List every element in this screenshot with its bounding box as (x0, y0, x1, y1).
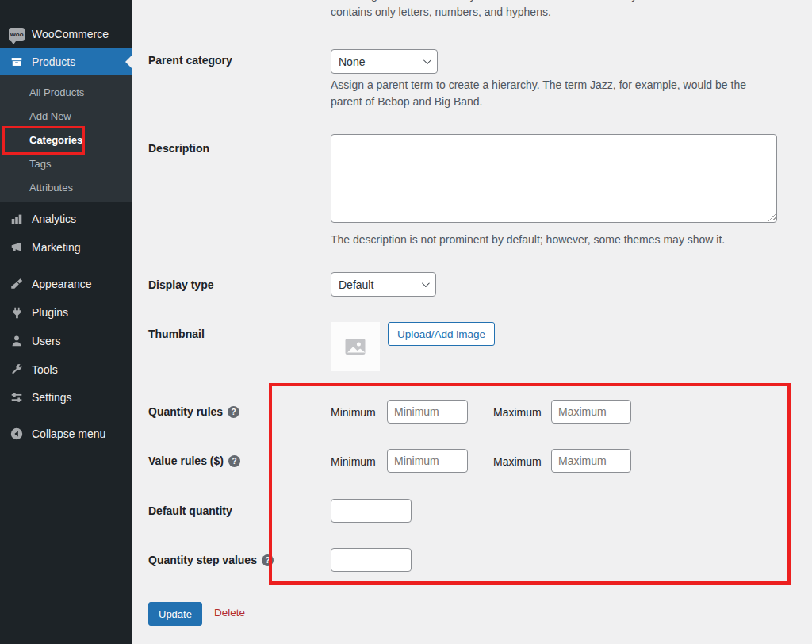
description-textarea[interactable] (331, 134, 777, 223)
description-label: Description (148, 142, 209, 155)
marketing-icon (9, 240, 25, 255)
help-icon[interactable]: ? (228, 406, 239, 418)
appearance-icon (9, 276, 25, 292)
sidebar-item-woocommerce[interactable]: Woo WooCommerce (0, 20, 132, 48)
quantity-rules-label-row: Quantity rules ? (148, 405, 239, 418)
parent-category-select[interactable]: None (331, 49, 438, 74)
sidebar-item-tags[interactable]: Tags (0, 152, 132, 176)
chevron-down-icon (423, 56, 431, 64)
sidebar-item-comments[interactable]: Comments (0, 0, 132, 6)
sidebar-item-settings[interactable]: Settings (0, 383, 132, 412)
analytics-icon (9, 211, 25, 227)
upload-add-image-button[interactable]: Upload/Add image (388, 322, 495, 346)
display-type-value: Default (339, 278, 373, 291)
sidebar-item-label: Plugins (32, 306, 68, 319)
display-type-select[interactable]: Default (331, 272, 436, 297)
products-submenu: All Products Add New Categories Tags Att… (0, 75, 132, 202)
quantity-step-input[interactable] (331, 548, 412, 572)
quantity-min-label: Minimum (331, 406, 376, 419)
quantity-rules-label: Quantity rules (148, 405, 223, 418)
sidebar-item-marketing[interactable]: Marketing (0, 233, 132, 262)
sidebar-item-tools[interactable]: Tools (0, 355, 132, 384)
parent-category-help: Assign a parent term to create a hierarc… (331, 77, 768, 110)
settings-icon (9, 389, 25, 405)
help-icon[interactable]: ? (228, 455, 240, 467)
quantity-min-input[interactable] (387, 400, 468, 424)
display-type-label: Display type (148, 278, 213, 291)
description-help: The description is not prominent by defa… (331, 232, 725, 248)
value-min-input[interactable] (387, 449, 468, 473)
textarea-resize-handle[interactable] (768, 213, 776, 221)
collapse-menu-button[interactable]: Collapse menu (0, 420, 132, 448)
sidebar-item-label: Appearance (32, 278, 92, 290)
collapse-arrow-icon (9, 426, 25, 442)
default-quantity-label: Default quantity (148, 504, 232, 517)
category-edit-form: The "slug" is the URL-friendly version o… (132, 0, 812, 644)
slug-help-line2: contains only letters, numbers, and hyph… (331, 4, 551, 21)
value-min-label: Minimum (331, 455, 376, 468)
thumbnail-placeholder (331, 322, 380, 371)
parent-category-label: Parent category (148, 54, 232, 67)
sidebar-item-analytics[interactable]: Analytics (0, 205, 132, 233)
value-rules-label: Value rules ($) (148, 454, 224, 467)
value-max-label: Maximum (493, 455, 542, 468)
sidebar-item-add-new[interactable]: Add New (0, 105, 132, 128)
sidebar-item-all-products[interactable]: All Products (0, 81, 132, 105)
selected-item-notch (125, 55, 132, 69)
image-placeholder-icon (343, 335, 367, 358)
quantity-step-label-row: Quantity step values ? (148, 554, 274, 566)
delete-link[interactable]: Delete (214, 607, 245, 619)
sidebar-item-products[interactable]: Products (0, 48, 132, 75)
value-max-input[interactable] (551, 449, 631, 473)
sidebar-item-attributes[interactable]: Attributes (0, 176, 132, 200)
update-button[interactable]: Update (148, 602, 202, 626)
products-icon (9, 54, 25, 70)
sidebar-item-label: WooCommerce (32, 28, 109, 40)
sidebar-item-label: Collapse menu (32, 427, 105, 440)
quantity-max-label: Maximum (493, 406, 542, 419)
sidebar-item-plugins[interactable]: Plugins (0, 298, 132, 327)
help-icon[interactable]: ? (262, 554, 274, 566)
sidebar-item-label: Settings (32, 391, 72, 404)
thumbnail-label: Thumbnail (148, 328, 205, 340)
admin-sidebar: Comments Woo WooCommerce Products All Pr… (0, 0, 132, 644)
users-icon (9, 333, 25, 349)
sidebar-item-label: Analytics (32, 213, 76, 225)
woocommerce-icon: Woo (9, 26, 25, 42)
parent-category-value: None (339, 56, 365, 68)
tools-icon (9, 362, 25, 378)
sidebar-item-label: Users (32, 335, 61, 347)
sidebar-item-label: Marketing (32, 241, 80, 254)
sidebar-item-categories[interactable]: Categories (0, 128, 132, 152)
quantity-step-label: Quantity step values (148, 554, 257, 566)
plugins-icon (9, 305, 25, 320)
value-rules-label-row: Value rules ($) ? (148, 454, 240, 467)
quantity-max-input[interactable] (551, 400, 631, 424)
sidebar-item-label: Tools (32, 363, 58, 376)
sidebar-item-appearance[interactable]: Appearance (0, 270, 132, 298)
sidebar-item-users[interactable]: Users (0, 327, 132, 355)
chevron-down-icon (422, 279, 430, 287)
sidebar-item-label: Products (32, 56, 75, 68)
default-quantity-input[interactable] (331, 499, 412, 523)
